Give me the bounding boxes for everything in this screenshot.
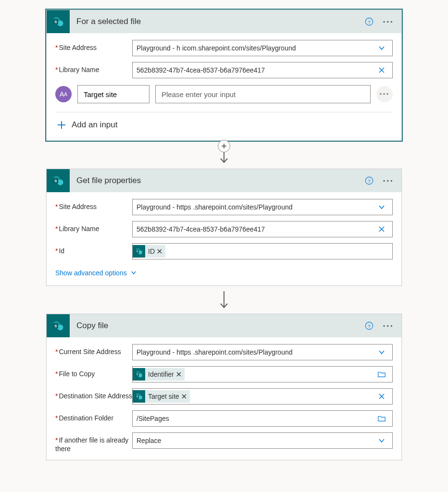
field-label: Destination Site Address — [59, 392, 132, 400]
chevron-down-icon[interactable] — [375, 200, 388, 214]
svg-point-14 — [57, 179, 63, 185]
card-title: Get file properties — [76, 176, 364, 185]
sharepoint-icon: S — [47, 169, 70, 192]
field-row-library-name: *Library Name 562b8392-47b7-4cea-8537-b6… — [55, 221, 393, 237]
card-title: Copy file — [76, 321, 364, 331]
field-row-dest-folder: *Destination Folder /SitePages — [55, 410, 393, 427]
clear-icon[interactable] — [375, 222, 388, 236]
add-input-button[interactable]: Add an input — [55, 112, 393, 134]
custom-input-prompt[interactable]: Please enter your input — [155, 85, 371, 103]
field-row-id: *Id S ID — [55, 243, 393, 259]
dest-site-input[interactable]: S Target site — [132, 388, 393, 405]
add-input-label: Add an input — [72, 120, 117, 130]
field-label: Destination Folder — [59, 414, 113, 422]
chevron-down-icon — [131, 270, 137, 276]
file-to-copy-input[interactable]: S Identifier — [132, 366, 393, 382]
token-remove-icon[interactable] — [157, 248, 162, 254]
field-label: If another file is already there — [55, 436, 128, 453]
svg-text:?: ? — [368, 178, 371, 184]
show-advanced-label: Show advanced options — [55, 269, 127, 277]
arrow-down-icon — [219, 290, 229, 309]
more-menu-icon[interactable]: ··· — [381, 320, 396, 332]
field-row-current-site: *Current Site Address Playground - https… — [55, 344, 393, 360]
chevron-down-icon[interactable] — [375, 41, 388, 55]
sharepoint-icon: S — [47, 314, 70, 337]
svg-point-1 — [57, 20, 63, 26]
field-value: 562b8392-47b7-4cea-8537-b6a7976ee417 — [137, 66, 375, 74]
field-label: Library Name — [59, 225, 99, 233]
field-row-dest-site: *Destination Site Address S Target site — [55, 388, 393, 405]
sharepoint-icon: S — [133, 245, 145, 258]
dynamic-token[interactable]: S Target site — [133, 390, 190, 403]
token-label: Target site — [148, 393, 179, 400]
overwrite-input[interactable]: Replace — [132, 432, 393, 449]
custom-input-name[interactable]: Target site — [77, 85, 149, 103]
sharepoint-icon: S — [133, 368, 145, 381]
clear-icon[interactable] — [375, 63, 388, 77]
help-icon[interactable]: ? — [364, 17, 374, 26]
card-header[interactable]: S Get file properties ? ··· — [47, 169, 401, 192]
clear-icon[interactable] — [375, 390, 388, 403]
help-icon[interactable]: ? — [364, 176, 374, 185]
svg-point-35 — [138, 373, 142, 377]
help-icon[interactable]: ? — [364, 321, 374, 331]
chevron-down-icon[interactable] — [375, 434, 388, 447]
svg-text:S: S — [137, 395, 138, 398]
dynamic-token[interactable]: S Identifier — [133, 368, 185, 381]
show-advanced-button[interactable]: Show advanced options — [55, 265, 393, 279]
card-title: For a selected file — [76, 17, 364, 26]
connector — [219, 141, 229, 169]
svg-point-29 — [57, 324, 63, 330]
connector — [219, 286, 229, 314]
token-remove-icon[interactable] — [176, 371, 182, 377]
card-header[interactable]: S Copy file ? ··· — [47, 314, 401, 337]
field-row-overwrite: *If another file is already there Replac… — [55, 432, 393, 453]
field-label: Id — [59, 247, 64, 255]
svg-text:?: ? — [368, 323, 371, 329]
site-address-input[interactable]: Playground - https .sharepoint.com/sites… — [132, 199, 393, 215]
more-menu-icon[interactable]: ··· — [381, 175, 396, 186]
dest-folder-input[interactable]: /SitePages — [132, 410, 393, 427]
svg-point-22 — [138, 250, 142, 254]
svg-text:S: S — [137, 373, 138, 376]
field-label: Site Address — [59, 44, 97, 51]
svg-text:S: S — [54, 324, 57, 328]
token-label: ID — [148, 247, 155, 255]
dynamic-token[interactable]: S ID — [133, 245, 165, 258]
add-step-button[interactable] — [218, 140, 230, 152]
field-value: 562b8392-47b7-4cea-8537-b6a7976ee417 — [137, 225, 375, 233]
field-label: Site Address — [59, 203, 97, 210]
action-card-get-file-properties: S Get file properties ? ··· *Site Addres… — [46, 169, 402, 286]
svg-point-41 — [138, 395, 142, 399]
field-value: Replace — [137, 437, 375, 444]
chevron-down-icon[interactable] — [375, 345, 388, 359]
custom-input-more-icon[interactable]: ··· — [376, 86, 393, 102]
field-row-site-address: *Site Address Playground - https .sharep… — [55, 199, 393, 215]
action-card-selected-file: S For a selected file ? ··· *Site Addres… — [46, 10, 402, 141]
sharepoint-icon: S — [133, 390, 145, 403]
folder-picker-icon[interactable] — [375, 412, 388, 425]
field-row-library-name: *Library Name 562b8392-47b7-4cea-8537-b6… — [55, 62, 393, 78]
sharepoint-icon: S — [47, 10, 70, 33]
library-name-input[interactable]: 562b8392-47b7-4cea-8537-b6a7976ee417 — [132, 62, 393, 78]
field-value: Playground - https .sharepoint.com/sites… — [137, 203, 375, 211]
svg-text:S: S — [54, 179, 57, 183]
action-card-copy-file: S Copy file ? ··· *Current Site Address … — [46, 314, 402, 460]
token-label: Identifier — [148, 370, 174, 378]
custom-input-row: AA Target site Please enter your input ·… — [55, 85, 393, 112]
card-header[interactable]: S For a selected file ? ··· — [47, 10, 401, 33]
more-menu-icon[interactable]: ··· — [381, 16, 396, 27]
current-site-input[interactable]: Playground - https .sharepoint.com/sites… — [132, 344, 393, 360]
field-label: Current Site Address — [59, 348, 121, 356]
field-value: Playground - https .sharepoint.com/sites… — [137, 348, 375, 356]
site-address-input[interactable]: Playground - h icom.sharepoint.com/sites… — [132, 40, 393, 56]
text-input-type-icon[interactable]: AA — [55, 86, 72, 102]
plus-icon — [57, 121, 66, 129]
id-input[interactable]: S ID — [132, 243, 393, 259]
svg-text:S: S — [54, 20, 57, 24]
token-remove-icon[interactable] — [181, 394, 187, 399]
library-name-input[interactable]: 562b8392-47b7-4cea-8537-b6a7976ee417 — [132, 221, 393, 237]
field-label: File to Copy — [59, 370, 95, 378]
field-value: /SitePages — [137, 415, 375, 422]
folder-picker-icon[interactable] — [375, 368, 388, 381]
